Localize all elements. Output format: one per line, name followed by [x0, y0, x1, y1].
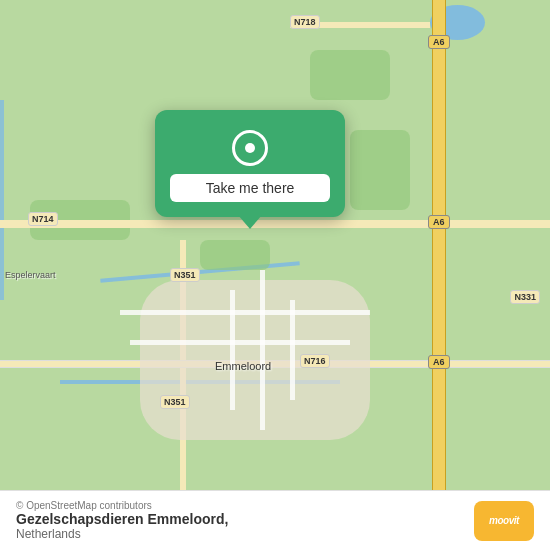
footer-info: © OpenStreetMap contributors Gezelschaps… [16, 500, 228, 541]
urban-road-v2 [230, 290, 235, 410]
n351-label-2: N351 [160, 395, 190, 409]
urban-road-h2 [130, 340, 350, 345]
urban-road-v1 [260, 270, 265, 430]
urban-road-v3 [290, 300, 295, 400]
green-patch-2 [350, 130, 410, 210]
urban-road-h1 [120, 310, 370, 315]
canal-vertical [0, 100, 4, 300]
location-country: Netherlands [16, 527, 228, 541]
map-popup: Take me there [155, 110, 345, 217]
footer: © OpenStreetMap contributors Gezelschaps… [0, 490, 550, 550]
a6-label-1: A6 [428, 35, 450, 49]
road-a6 [433, 0, 445, 490]
copyright-text: © OpenStreetMap contributors [16, 500, 228, 511]
n714-label: N714 [28, 212, 58, 226]
green-patch-1 [310, 50, 390, 100]
espelervaart-label: Espelervaart [5, 270, 56, 280]
n716-label: N716 [300, 354, 330, 368]
n351-label-1: N351 [170, 268, 200, 282]
take-me-there-button[interactable]: Take me there [170, 174, 330, 202]
road-n714 [0, 220, 550, 228]
location-pin-icon [245, 143, 255, 153]
moovit-logo-text: moovit [489, 515, 519, 526]
n718-label: N718 [290, 15, 320, 29]
map-view[interactable]: N718 N714 N351 N351 N716 A6 A6 A6 N331 E… [0, 0, 550, 490]
city-label: Emmeloord [215, 360, 271, 372]
popup-pin [232, 130, 268, 166]
green-patch-4 [200, 240, 270, 270]
location-title: Gezelschapsdieren Emmeloord, [16, 511, 228, 527]
a6-label-2: A6 [428, 215, 450, 229]
n331-label: N331 [510, 290, 540, 304]
moovit-logo: moovit [474, 501, 534, 541]
a6-label-3: A6 [428, 355, 450, 369]
